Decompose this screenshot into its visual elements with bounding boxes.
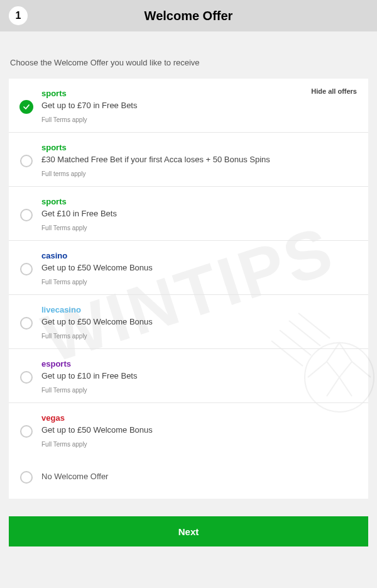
radio-5[interactable] xyxy=(20,371,33,384)
radio-1[interactable] xyxy=(20,155,33,167)
offer-terms-link[interactable]: Full Terms apply xyxy=(41,225,357,231)
offer-category: sports xyxy=(41,197,357,206)
offer-row-vegas-6[interactable]: vegasGet up to £50 Welcome BonusFull Ter… xyxy=(9,403,368,457)
radio-4[interactable] xyxy=(20,317,33,330)
step-number-badge: 1 xyxy=(9,6,28,25)
check-icon xyxy=(19,100,33,114)
offer-terms-link[interactable]: Full Terms apply xyxy=(41,441,357,448)
hide-all-offers-link[interactable]: Hide all offers xyxy=(311,87,357,95)
offer-description: Get up to £10 in Free Bets xyxy=(41,371,357,380)
offer-row-casino-3[interactable]: casinoGet up to £50 Welcome BonusFull Te… xyxy=(9,241,368,295)
offer-category: casino xyxy=(41,251,357,260)
offer-category: livecasino xyxy=(41,305,357,314)
offer-category: vegas xyxy=(41,413,357,423)
offer-content: vegasGet up to £50 Welcome BonusFull Ter… xyxy=(33,413,357,448)
offer-terms-link[interactable]: Full Terms apply xyxy=(41,279,357,286)
step-header: 1 Welcome Offer xyxy=(0,0,377,31)
radio-circle-icon xyxy=(20,317,33,330)
offer-terms-link[interactable]: Full Terms apply xyxy=(41,116,357,123)
radio-2[interactable] xyxy=(20,209,33,221)
offer-description: Get up to £50 Welcome Bonus xyxy=(41,317,357,326)
offer-content: sports£30 Matched Free Bet if your first… xyxy=(33,143,357,177)
offer-description: Get £10 in Free Bets xyxy=(41,209,357,218)
radio-0[interactable] xyxy=(20,101,33,113)
offer-category: esports xyxy=(41,359,357,369)
radio-circle-icon xyxy=(20,425,33,438)
offer-description: Get up to £70 in Free Bets xyxy=(41,101,357,110)
offer-terms-link[interactable]: Full Terms apply xyxy=(41,333,357,340)
offer-description: £30 Matched Free Bet if your first Acca … xyxy=(41,155,357,164)
offer-description: Get up to £50 Welcome Bonus xyxy=(41,425,357,435)
offer-content: livecasinoGet up to £50 Welcome BonusFul… xyxy=(33,305,357,340)
offer-content: casinoGet up to £50 Welcome BonusFull Te… xyxy=(33,251,357,286)
radio-6[interactable] xyxy=(20,425,33,438)
radio-circle-icon xyxy=(20,263,33,275)
offer-terms-link[interactable]: Full terms apply xyxy=(41,170,357,177)
offer-content: sportsGet £10 in Free BetsFull Terms app… xyxy=(33,197,357,231)
offer-row-sports-1[interactable]: sports£30 Matched Free Bet if your first… xyxy=(9,133,368,187)
offer-content: esportsGet up to £10 in Free BetsFull Te… xyxy=(33,359,357,394)
offer-row-livecasino-4[interactable]: livecasinoGet up to £50 Welcome BonusFul… xyxy=(9,295,368,349)
offer-row-esports-5[interactable]: esportsGet up to £10 in Free BetsFull Te… xyxy=(9,349,368,403)
step-number: 1 xyxy=(16,10,21,21)
offers-list: sportsGet up to £70 in Free BetsFull Ter… xyxy=(9,79,368,457)
next-button[interactable]: Next xyxy=(9,516,368,546)
radio-none[interactable] xyxy=(20,471,33,484)
offer-category: sports xyxy=(41,89,357,98)
radio-circle-icon xyxy=(20,155,33,167)
offer-terms-link[interactable]: Full Terms apply xyxy=(41,387,357,394)
offer-row-sports-0[interactable]: sportsGet up to £70 in Free BetsFull Ter… xyxy=(9,79,368,133)
offer-description: Get up to £50 Welcome Bonus xyxy=(41,263,357,272)
page: WINTIPS 1 Welcome Offer Choose the Welco… xyxy=(0,0,377,588)
body: Choose the Welcome Offer you would like … xyxy=(0,31,377,555)
radio-3[interactable] xyxy=(20,263,33,275)
instruction-text: Choose the Welcome Offer you would like … xyxy=(10,58,368,67)
next-button-label: Next xyxy=(178,526,199,537)
radio-circle-icon xyxy=(20,371,33,384)
offers-card: sportsGet up to £70 in Free BetsFull Ter… xyxy=(9,79,368,499)
radio-circle-icon xyxy=(20,209,33,221)
offer-content: sportsGet up to £70 in Free BetsFull Ter… xyxy=(33,89,357,123)
no-offer-label: No Welcome Offer xyxy=(41,472,357,481)
offer-row-none[interactable]: No Welcome Offer xyxy=(9,457,368,499)
page-title: Welcome Offer xyxy=(145,9,233,23)
offer-row-sports-2[interactable]: sportsGet £10 in Free BetsFull Terms app… xyxy=(9,187,368,241)
offer-category: sports xyxy=(41,143,357,152)
